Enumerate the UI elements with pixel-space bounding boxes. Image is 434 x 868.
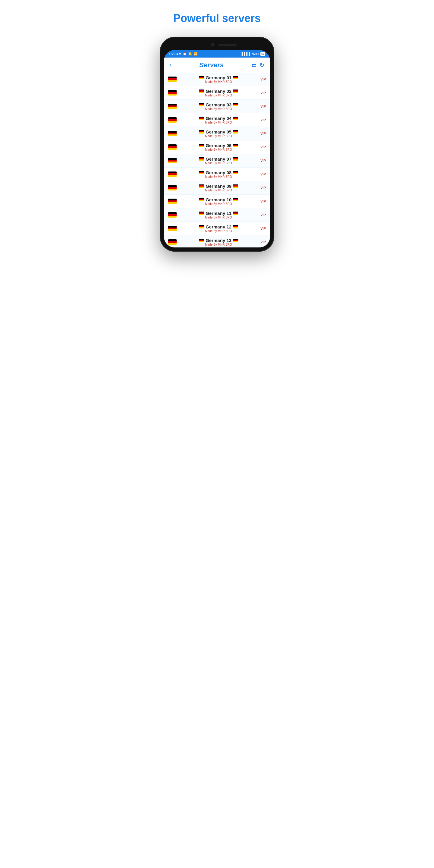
phone-screen: 1:23 AM ⏰ 🔔 📶 ▌▌▌▌ WiFi 10 ‹ Servers ⇄ ↻… — [164, 50, 270, 247]
server-name-row: Germany 12 — [199, 224, 238, 229]
server-info: Germany 01Made By MHR BRO — [177, 75, 260, 84]
server-subtitle: Made By MHR BRO — [205, 94, 232, 97]
flag-small-right — [233, 225, 238, 229]
phone-speaker — [218, 44, 237, 46]
vip-badge: VIP — [260, 227, 266, 230]
flag-small — [199, 157, 204, 161]
flag-small — [199, 117, 204, 120]
server-subtitle: Made By MHR BRO — [205, 80, 232, 84]
vip-badge: VIP — [260, 145, 266, 149]
flag-left — [168, 90, 177, 96]
flag-small — [199, 225, 204, 229]
flag-small-right — [233, 171, 238, 175]
page-title: Powerful servers — [173, 12, 261, 25]
server-name-row: Germany 05 — [199, 129, 238, 134]
list-item[interactable]: Germany 09Made By MHR BROVIP — [164, 181, 270, 195]
list-item[interactable]: Germany 05Made By MHR BROVIP — [164, 127, 270, 141]
back-button[interactable]: ‹ — [169, 61, 172, 69]
header-title: Servers — [199, 61, 224, 69]
flag-left — [168, 239, 177, 245]
phone-notch — [164, 41, 270, 50]
list-item[interactable]: Germany 06Made By MHR BROVIP — [164, 141, 270, 154]
server-subtitle: Made By MHR BRO — [205, 107, 232, 111]
headset-icon: 🔔 — [188, 52, 192, 56]
server-name: Germany 08 — [206, 170, 231, 175]
flag-small-right — [233, 117, 238, 120]
flag-small — [199, 171, 204, 175]
battery-icon: 10 — [260, 52, 265, 56]
vip-badge: VIP — [260, 199, 266, 203]
flag-small — [199, 184, 204, 188]
server-name: Germany 09 — [206, 184, 231, 189]
shuffle-icon[interactable]: ⇄ — [251, 61, 256, 69]
server-info: Germany 08Made By MHR BRO — [177, 170, 260, 179]
list-item[interactable]: Germany 08Made By MHR BROVIP — [164, 167, 270, 181]
server-info: Germany 04Made By MHR BRO — [177, 116, 260, 124]
server-name-row: Germany 04 — [199, 116, 238, 121]
server-subtitle: Made By MHR BRO — [205, 175, 232, 179]
flag-small-right — [233, 198, 238, 202]
server-info: Germany 03Made By MHR BRO — [177, 102, 260, 111]
server-name: Germany 13 — [206, 238, 231, 243]
server-info: Germany 10Made By MHR BRO — [177, 197, 260, 206]
refresh-icon[interactable]: ↻ — [259, 61, 265, 69]
server-subtitle: Made By MHR BRO — [205, 243, 232, 246]
list-item[interactable]: Germany 13Made By MHR BROVIP — [164, 236, 270, 247]
server-subtitle: Made By MHR BRO — [205, 161, 232, 165]
server-name: Germany 05 — [206, 129, 231, 134]
server-subtitle: Made By MHR BRO — [205, 202, 232, 206]
server-name: Germany 12 — [206, 224, 231, 229]
status-left: 1:23 AM ⏰ 🔔 📶 — [169, 52, 198, 56]
flag-small-right — [233, 103, 238, 107]
list-item[interactable]: Germany 07Made By MHR BROVIP — [164, 154, 270, 167]
flag-left — [168, 226, 177, 231]
flag-small-right — [233, 157, 238, 161]
flag-left — [168, 131, 177, 136]
flag-left — [168, 185, 177, 190]
server-name-row: Germany 10 — [199, 197, 238, 202]
server-name-row: Germany 02 — [199, 89, 238, 94]
server-subtitle: Made By MHR BRO — [205, 148, 232, 151]
flag-left — [168, 172, 177, 177]
server-name-row: Germany 07 — [199, 156, 238, 161]
list-item[interactable]: Germany 02Made By MHR BROVIP — [164, 86, 270, 100]
flag-left — [168, 212, 177, 218]
server-list[interactable]: Germany 01Made By MHR BROVIPGermany 02Ma… — [164, 73, 270, 247]
flag-small — [199, 239, 204, 242]
server-name-row: Germany 01 — [199, 75, 238, 80]
list-item[interactable]: Germany 01Made By MHR BROVIP — [164, 73, 270, 86]
flag-small — [199, 198, 204, 202]
server-name: Germany 01 — [206, 75, 231, 80]
list-item[interactable]: Germany 03Made By MHR BROVIP — [164, 100, 270, 113]
flag-small-right — [233, 76, 238, 80]
status-bar: 1:23 AM ⏰ 🔔 📶 ▌▌▌▌ WiFi 10 — [164, 50, 270, 58]
flag-small-right — [233, 239, 238, 242]
vip-badge: VIP — [260, 132, 266, 135]
server-name-row: Germany 13 — [199, 238, 238, 243]
flag-small — [199, 130, 204, 134]
vip-badge: VIP — [260, 118, 266, 122]
list-item[interactable]: Germany 11Made By MHR BROVIP — [164, 208, 270, 222]
flag-small-right — [233, 144, 238, 147]
flag-small — [199, 76, 204, 80]
server-info: Germany 07Made By MHR BRO — [177, 156, 260, 165]
flag-small — [199, 212, 204, 215]
flag-left — [168, 117, 177, 123]
flag-small — [199, 90, 204, 93]
status-time: 1:23 AM — [169, 52, 181, 56]
vip-badge: VIP — [260, 91, 266, 95]
list-item[interactable]: Germany 10Made By MHR BROVIP — [164, 195, 270, 208]
vip-badge: VIP — [260, 159, 266, 162]
flag-small-right — [233, 212, 238, 215]
server-name: Germany 02 — [206, 89, 231, 94]
vip-badge: VIP — [260, 213, 266, 217]
server-subtitle: Made By MHR BRO — [205, 216, 232, 219]
flag-left — [168, 104, 177, 109]
list-item[interactable]: Germany 12Made By MHR BROVIP — [164, 222, 270, 236]
app-header: ‹ Servers ⇄ ↻ — [164, 58, 270, 73]
server-subtitle: Made By MHR BRO — [205, 189, 232, 192]
server-name-row: Germany 09 — [199, 184, 238, 189]
flag-left — [168, 198, 177, 204]
server-subtitle: Made By MHR BRO — [205, 134, 232, 138]
list-item[interactable]: Germany 04Made By MHR BROVIP — [164, 113, 270, 127]
